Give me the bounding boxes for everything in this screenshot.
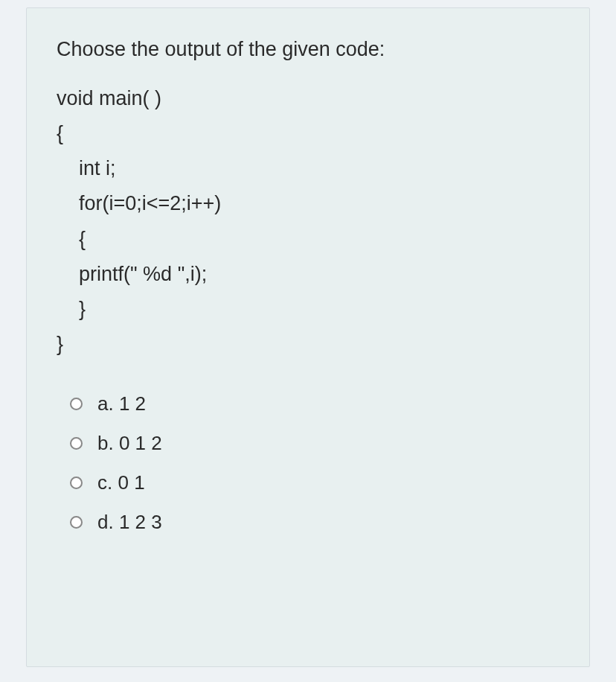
radio-icon [70, 398, 83, 410]
code-line: void main( ) [57, 81, 559, 116]
code-line: { [57, 222, 559, 257]
question-card: Choose the output of the given code: voi… [26, 7, 590, 667]
option-a[interactable]: a. 1 2 [70, 392, 559, 415]
code-line: int i; [57, 151, 559, 186]
radio-icon [70, 516, 83, 529]
code-line: } [57, 292, 559, 327]
option-label: b. 0 1 2 [97, 432, 162, 455]
option-b[interactable]: b. 0 1 2 [70, 432, 559, 455]
question-prompt: Choose the output of the given code: [57, 34, 559, 65]
radio-icon [70, 477, 83, 489]
code-line: { [57, 116, 559, 151]
code-line: for(i=0;i<=2;i++) [57, 186, 559, 221]
code-line: } [57, 327, 559, 362]
option-c[interactable]: c. 0 1 [70, 471, 559, 494]
option-d[interactable]: d. 1 2 3 [70, 511, 559, 534]
option-label: c. 0 1 [97, 471, 145, 494]
code-line: printf(" %d ",i); [57, 257, 559, 292]
options-list: a. 1 2 b. 0 1 2 c. 0 1 d. 1 2 3 [57, 392, 559, 534]
option-label: d. 1 2 3 [97, 511, 162, 534]
option-label: a. 1 2 [97, 392, 146, 415]
radio-icon [70, 437, 83, 450]
code-block: void main( ) { int i; for(i=0;i<=2;i++) … [57, 81, 559, 363]
